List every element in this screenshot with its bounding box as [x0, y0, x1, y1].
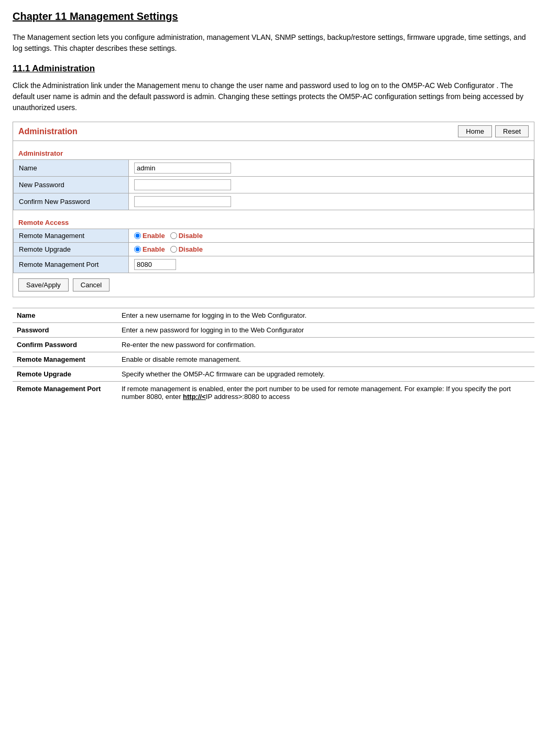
remote-management-radio-group: Enable Disable: [134, 232, 528, 240]
panel-title: Administration: [18, 127, 78, 136]
desc-row-remote-mgmt: Remote Management Enable or disable remo…: [13, 352, 534, 367]
panel-buttons: Home Reset: [458, 125, 529, 137]
desc-term-name: Name: [13, 308, 117, 323]
disable-text: Disable: [179, 232, 203, 240]
desc-term-confirm: Confirm Password: [13, 338, 117, 352]
name-value-cell: [129, 160, 534, 177]
panel-header: Administration Home Reset: [13, 122, 534, 141]
remote-upgrade-radio-group: Enable Disable: [134, 245, 528, 253]
desc-def-confirm: Re-enter the new password for confirmati…: [117, 338, 534, 352]
remote-upgrade-enable-label[interactable]: Enable: [134, 245, 165, 253]
confirm-password-label: Confirm New Password: [14, 193, 129, 210]
remote-management-disable-radio[interactable]: [170, 232, 177, 239]
new-password-row: New Password: [14, 177, 534, 193]
remote-management-enable-label[interactable]: Enable: [134, 232, 165, 240]
desc-term-password: Password: [13, 323, 117, 338]
remote-upgrade-enable-radio[interactable]: [134, 246, 141, 253]
enable-text: Enable: [143, 232, 165, 240]
administrator-label: Administrator: [13, 145, 534, 159]
new-password-cell: [129, 177, 534, 193]
name-input[interactable]: [134, 163, 231, 174]
disable-text2: Disable: [179, 245, 203, 253]
remote-mgmt-port-cell: [129, 256, 534, 273]
remote-mgmt-port-row: Remote Management Port: [14, 256, 534, 273]
desc-def-remote-mgmt: Enable or disable remote management.: [117, 352, 534, 367]
desc-term-remote-upgrade: Remote Upgrade: [13, 367, 117, 382]
administration-panel: Administration Home Reset Administrator …: [13, 122, 534, 297]
remote-mgmt-port-label: Remote Management Port: [14, 256, 129, 273]
remote-upgrade-disable-label[interactable]: Disable: [170, 245, 203, 253]
remote-upgrade-cell: Enable Disable: [129, 243, 534, 256]
desc-row-remote-upgrade: Remote Upgrade Specify whether the OM5P-…: [13, 367, 534, 382]
remote-management-cell: Enable Disable: [129, 229, 534, 243]
section-title: 11.1 Administration: [13, 63, 534, 74]
remote-management-enable-radio[interactable]: [134, 232, 141, 239]
desc-def-remote-port: If remote management is enabled, enter t…: [117, 382, 534, 404]
confirm-password-row: Confirm New Password: [14, 193, 534, 210]
cancel-button[interactable]: Cancel: [73, 278, 110, 291]
admin-form-table: Name New Password Confirm New Password: [13, 159, 534, 210]
chapter-title: Chapter 11 Management Settings: [13, 10, 534, 23]
desc-def-remote-port-text: If remote management is enabled, enter t…: [122, 385, 511, 401]
enable-text2: Enable: [143, 245, 165, 253]
name-label: Name: [14, 160, 129, 177]
remote-upgrade-disable-radio[interactable]: [170, 246, 177, 253]
remote-access-label: Remote Access: [13, 214, 534, 229]
panel-footer: Save/Apply Cancel: [13, 273, 534, 297]
description-table: Name Enter a new username for logging in…: [13, 308, 534, 404]
confirm-password-cell: [129, 193, 534, 210]
new-password-label: New Password: [14, 177, 129, 193]
remote-form-table: Remote Management Enable Disable Remote …: [13, 229, 534, 273]
remote-management-label: Remote Management: [14, 229, 129, 243]
reset-button[interactable]: Reset: [495, 125, 529, 137]
desc-row-name: Name Enter a new username for logging in…: [13, 308, 534, 323]
desc-def-name: Enter a new username for logging in to t…: [117, 308, 534, 323]
remote-upgrade-row: Remote Upgrade Enable Disable: [14, 243, 534, 256]
remote-upgrade-label: Remote Upgrade: [14, 243, 129, 256]
desc-def-password: Enter a new password for logging in to t…: [117, 323, 534, 338]
name-row: Name: [14, 160, 534, 177]
remote-mgmt-port-input[interactable]: [134, 259, 176, 270]
desc-row-confirm: Confirm Password Re-enter the new passwo…: [13, 338, 534, 352]
remote-management-disable-label[interactable]: Disable: [170, 232, 203, 240]
home-button[interactable]: Home: [458, 125, 492, 137]
desc-row-password: Password Enter a new password for loggin…: [13, 323, 534, 338]
confirm-password-input[interactable]: [134, 196, 231, 207]
desc-term-remote-mgmt: Remote Management: [13, 352, 117, 367]
desc-term-remote-port: Remote Management Port: [13, 382, 117, 404]
section-intro: Click the Administration link under the …: [13, 80, 534, 113]
desc-row-remote-port: Remote Management Port If remote managem…: [13, 382, 534, 404]
remote-management-row: Remote Management Enable Disable: [14, 229, 534, 243]
save-apply-button[interactable]: Save/Apply: [18, 278, 69, 291]
desc-def-remote-upgrade: Specify whether the OM5P-AC firmware can…: [117, 367, 534, 382]
intro-paragraph: The Management section lets you configur…: [13, 32, 534, 54]
new-password-input[interactable]: [134, 179, 231, 190]
